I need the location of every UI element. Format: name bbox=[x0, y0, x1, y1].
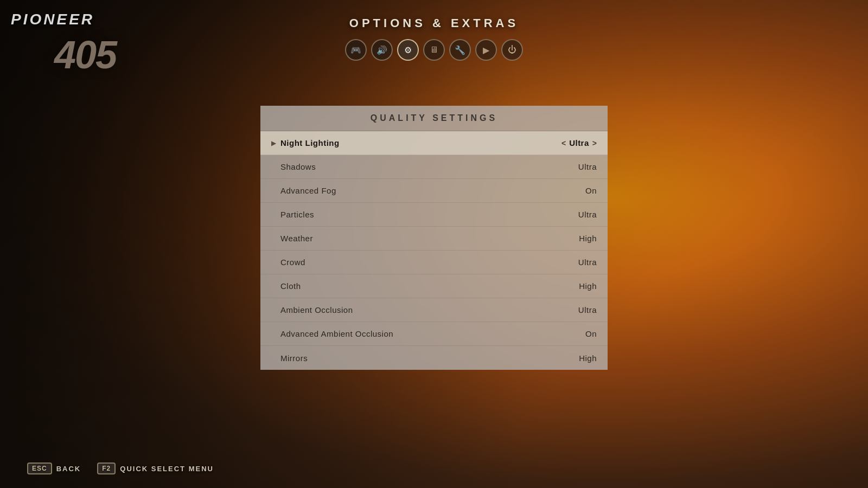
item-value-particles: Ultra bbox=[578, 210, 597, 219]
item-label-cloth: Cloth bbox=[280, 281, 579, 291]
page-title: OPTIONS & EXTRAS bbox=[349, 16, 519, 30]
item-value-advanced-ambient-occlusion: On bbox=[585, 329, 597, 338]
item-label-weather: Weather bbox=[280, 234, 579, 243]
settings-item-ambient-occlusion[interactable]: ▶ Ambient Occlusion Ultra bbox=[260, 298, 608, 322]
tab-graphics[interactable]: 🔧 bbox=[449, 39, 471, 61]
item-label-advanced-ambient-occlusion: Advanced Ambient Occlusion bbox=[280, 329, 585, 338]
item-label-night-lighting: Night Lighting bbox=[280, 138, 561, 147]
item-value-shadows: Ultra bbox=[578, 162, 597, 171]
item-label-advanced-fog: Advanced Fog bbox=[280, 186, 585, 195]
back-button[interactable]: Esc BACK bbox=[27, 463, 81, 474]
settings-item-weather[interactable]: ▶ Weather High bbox=[260, 227, 608, 251]
item-label-mirrors: Mirrors bbox=[280, 354, 579, 363]
quick-select-label: QUICK SELECT MENU bbox=[120, 465, 214, 473]
item-value-crowd: Ultra bbox=[578, 258, 597, 267]
item-label-crowd: Crowd bbox=[280, 258, 578, 267]
settings-list: ▶ Night Lighting < Ultra > ▶ Shadows Ult… bbox=[260, 131, 608, 370]
chevron-right-icon[interactable]: > bbox=[592, 139, 597, 147]
item-label-ambient-occlusion: Ambient Occlusion bbox=[280, 305, 578, 314]
tab-icons-row: 🎮 🔊 ⚙ 🖥 🔧 ▶ ⏻ bbox=[345, 39, 523, 61]
item-label-shadows: Shadows bbox=[280, 162, 578, 171]
tab-replay[interactable]: ▶ bbox=[475, 39, 497, 61]
quick-select-button[interactable]: F2 QUICK SELECT MENU bbox=[97, 463, 214, 474]
active-arrow-icon: ▶ bbox=[271, 139, 276, 147]
item-value-ambient-occlusion: Ultra bbox=[578, 305, 597, 314]
esc-key-badge: Esc bbox=[27, 463, 52, 474]
value-nav-night-lighting: < Ultra > bbox=[561, 138, 597, 147]
item-value-night-lighting: Ultra bbox=[569, 138, 589, 147]
settings-item-advanced-fog[interactable]: ▶ Advanced Fog On bbox=[260, 179, 608, 203]
item-value-mirrors: High bbox=[579, 354, 597, 363]
tab-settings[interactable]: ⚙ bbox=[397, 39, 419, 61]
item-label-particles: Particles bbox=[280, 210, 578, 219]
settings-item-cloth[interactable]: ▶ Cloth High bbox=[260, 274, 608, 298]
settings-item-particles[interactable]: ▶ Particles Ultra bbox=[260, 203, 608, 227]
settings-item-shadows[interactable]: ▶ Shadows Ultra bbox=[260, 155, 608, 179]
settings-item-advanced-ambient-occlusion[interactable]: ▶ Advanced Ambient Occlusion On bbox=[260, 322, 608, 346]
settings-item-night-lighting[interactable]: ▶ Night Lighting < Ultra > bbox=[260, 131, 608, 155]
f2-key-badge: F2 bbox=[97, 463, 116, 474]
item-value-weather: High bbox=[579, 234, 597, 243]
back-label: BACK bbox=[56, 465, 81, 473]
header: OPTIONS & EXTRAS 🎮 🔊 ⚙ 🖥 🔧 ▶ ⏻ bbox=[0, 16, 868, 61]
item-value-cloth: High bbox=[579, 281, 597, 291]
settings-item-mirrors[interactable]: ▶ Mirrors High bbox=[260, 346, 608, 370]
settings-panel: QUALITY SETTINGS ▶ Night Lighting < Ultr… bbox=[260, 106, 608, 370]
chevron-left-icon[interactable]: < bbox=[561, 139, 566, 147]
tab-audio[interactable]: 🔊 bbox=[371, 39, 393, 61]
tab-power[interactable]: ⏻ bbox=[501, 39, 523, 61]
bottom-bar: Esc BACK F2 QUICK SELECT MENU bbox=[27, 463, 214, 474]
tab-gamepad[interactable]: 🎮 bbox=[345, 39, 367, 61]
panel-title: QUALITY SETTINGS bbox=[260, 106, 608, 131]
settings-item-crowd[interactable]: ▶ Crowd Ultra bbox=[260, 251, 608, 274]
tab-display[interactable]: 🖥 bbox=[423, 39, 445, 61]
item-value-advanced-fog: On bbox=[585, 186, 597, 195]
